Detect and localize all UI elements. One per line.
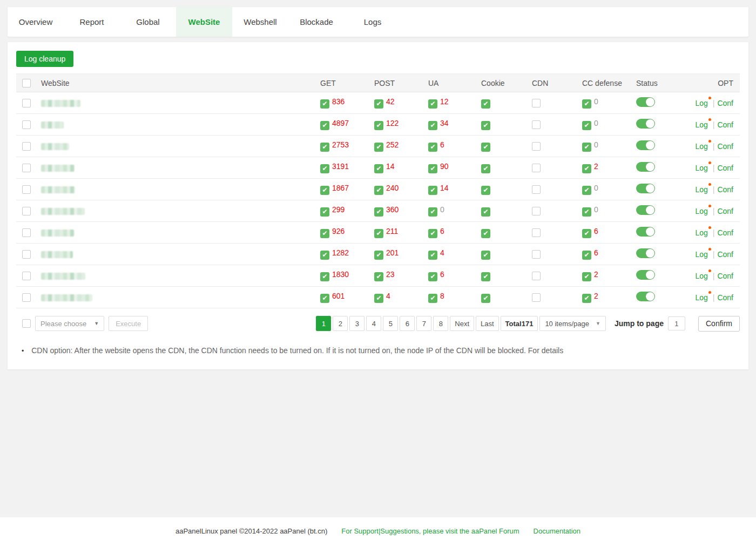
items-per-page-value: 10 items/page [545, 320, 589, 328]
get-count: 926 [332, 227, 345, 235]
tab-website[interactable]: WebSite [176, 7, 232, 37]
conf-link[interactable]: Conf [717, 120, 733, 129]
opt-separator: | [713, 142, 715, 151]
status-toggle[interactable] [636, 140, 655, 150]
log-link[interactable]: Log [695, 142, 707, 151]
log-cleanup-button[interactable]: Log cleanup [16, 51, 73, 67]
row-checkbox[interactable] [22, 99, 31, 107]
conf-link[interactable]: Conf [717, 142, 733, 151]
conf-link[interactable]: Conf [717, 293, 733, 302]
log-link[interactable]: Log [695, 293, 707, 302]
ua-count: 4 [440, 248, 444, 257]
row-checkbox[interactable] [22, 185, 31, 194]
page-footer: aaPanelLinux panel ©2014-2022 aaPanel (b… [0, 517, 756, 540]
cdn-checkbox[interactable] [532, 250, 541, 259]
items-per-page-select[interactable]: 10 items/page ▼ [539, 316, 606, 331]
website-name-redacted [41, 186, 75, 193]
ua-count: 90 [440, 162, 449, 171]
jump-to-page-input[interactable] [668, 316, 685, 330]
log-link[interactable]: Log [695, 207, 707, 215]
check-icon: ✔ [374, 99, 383, 109]
page-button-6[interactable]: 6 [400, 316, 415, 331]
row-checkbox[interactable] [22, 164, 31, 172]
bulk-action-bar: Please choose ▼ Execute 12345678 Next La… [16, 308, 740, 339]
log-link[interactable]: Log [695, 164, 707, 172]
cdn-checkbox[interactable] [532, 207, 541, 215]
log-link[interactable]: Log [695, 99, 707, 107]
cdn-checkbox[interactable] [532, 293, 541, 302]
log-link[interactable]: Log [695, 120, 707, 129]
bulk-select-checkbox[interactable] [22, 319, 31, 328]
page-button-2[interactable]: 2 [333, 316, 348, 331]
conf-link[interactable]: Conf [717, 272, 733, 280]
post-count: 23 [386, 270, 395, 279]
row-checkbox[interactable] [22, 250, 31, 259]
tab-blockade[interactable]: Blockade [288, 7, 345, 37]
select-all-checkbox[interactable] [22, 79, 31, 87]
status-toggle[interactable] [636, 227, 655, 237]
status-toggle[interactable] [636, 119, 655, 129]
log-link[interactable]: Log [695, 272, 707, 280]
support-link[interactable]: For Support|Suggestions, please visit th… [341, 527, 519, 535]
check-icon: ✔ [481, 207, 490, 217]
status-toggle[interactable] [636, 97, 655, 107]
row-checkbox[interactable] [22, 142, 31, 151]
conf-link[interactable]: Conf [717, 250, 733, 259]
cdn-checkbox[interactable] [532, 164, 541, 172]
tab-webshell[interactable]: Webshell [232, 7, 288, 37]
bulk-action-select[interactable]: Please choose ▼ [35, 316, 104, 331]
check-icon: ✔ [428, 294, 437, 303]
website-name-redacted [41, 230, 74, 237]
cdn-checkbox[interactable] [532, 228, 541, 237]
cc-defense-count: 0 [594, 119, 598, 127]
cdn-checkbox[interactable] [532, 272, 541, 280]
post-count: 42 [386, 97, 395, 106]
next-page-button[interactable]: Next [450, 316, 474, 331]
check-icon: ✔ [374, 186, 383, 195]
confirm-button[interactable]: Confirm [698, 316, 740, 332]
row-checkbox[interactable] [22, 293, 31, 302]
conf-link[interactable]: Conf [717, 228, 733, 237]
check-icon: ✔ [428, 251, 437, 260]
row-checkbox[interactable] [22, 120, 31, 129]
row-checkbox[interactable] [22, 207, 31, 215]
cdn-checkbox[interactable] [532, 142, 541, 151]
tab-logs[interactable]: Logs [345, 7, 401, 37]
log-link[interactable]: Log [695, 250, 707, 259]
cdn-checkbox[interactable] [532, 99, 541, 107]
documentation-link[interactable]: Documentation [534, 527, 580, 535]
page-button-7[interactable]: 7 [416, 316, 431, 331]
page-button-8[interactable]: 8 [433, 316, 448, 331]
conf-link[interactable]: Conf [717, 185, 733, 194]
status-toggle[interactable] [636, 205, 655, 215]
log-link[interactable]: Log [695, 228, 707, 237]
status-toggle[interactable] [636, 162, 655, 172]
cdn-checkbox[interactable] [532, 120, 541, 129]
last-page-button[interactable]: Last [476, 316, 499, 331]
status-toggle[interactable] [636, 292, 655, 301]
log-link[interactable]: Log [695, 185, 707, 194]
page-button-5[interactable]: 5 [383, 316, 398, 331]
conf-link[interactable]: Conf [717, 99, 733, 107]
conf-link[interactable]: Conf [717, 207, 733, 215]
row-checkbox[interactable] [22, 228, 31, 237]
page-button-4[interactable]: 4 [366, 316, 381, 331]
tab-report[interactable]: Report [64, 7, 120, 37]
status-toggle[interactable] [636, 270, 655, 280]
status-toggle[interactable] [636, 248, 655, 258]
cdn-checkbox[interactable] [532, 185, 541, 194]
page-button-3[interactable]: 3 [349, 316, 364, 331]
table-row: ✔926 ✔211 ✔6 ✔ ✔6 Log|Conf [16, 222, 740, 244]
tab-global[interactable]: Global [120, 7, 176, 37]
page-button-1[interactable]: 1 [316, 316, 331, 331]
status-toggle[interactable] [636, 184, 655, 193]
get-count: 1867 [332, 184, 349, 192]
col-cdn: CDN [532, 79, 582, 87]
execute-button[interactable]: Execute [109, 316, 148, 331]
post-count: 240 [386, 184, 399, 192]
row-checkbox[interactable] [22, 272, 31, 280]
tab-overview[interactable]: Overview [8, 7, 64, 37]
website-name-redacted [41, 143, 69, 150]
conf-link[interactable]: Conf [717, 164, 733, 172]
check-icon: ✔ [582, 251, 591, 260]
